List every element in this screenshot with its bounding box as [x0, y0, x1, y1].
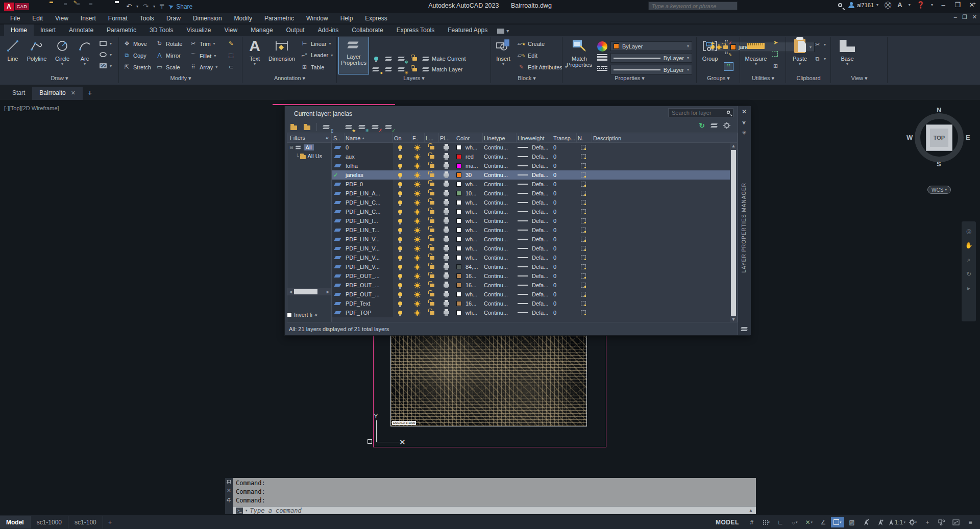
layer-lineweight-line[interactable] [517, 198, 531, 207]
layer-plot-toggle[interactable] [439, 308, 455, 317]
doc-minimize-button[interactable]: – [954, 14, 957, 20]
layer-linetype-cell[interactable]: Continu... [483, 290, 517, 299]
offset-button[interactable]: ⊂ [227, 64, 235, 70]
layer-name-cell[interactable]: PDF_LIN_V... [345, 262, 393, 271]
layer-unlock-icon2[interactable] [410, 65, 419, 73]
text-button[interactable]: A Text▾ [246, 37, 264, 66]
layer-lock-toggle[interactable] [425, 143, 439, 152]
layer-plot-toggle[interactable] [439, 152, 455, 161]
scroll-up-icon[interactable]: ▲ [731, 143, 736, 149]
ellipse-tool[interactable]: ▾ [99, 52, 112, 58]
layer-color-cell[interactable] [455, 225, 464, 235]
panel-label-modify[interactable]: Modify ▾ [119, 75, 242, 84]
layer-row[interactable]: PDF_OUT_... 16... Continu... Defa... 0 [332, 281, 731, 290]
layer-on-toggle[interactable] [393, 198, 411, 207]
col-newvp[interactable]: N. [577, 133, 592, 143]
layer-thaw-all-icon[interactable]: ☀ [397, 65, 406, 73]
layer-color-label[interactable]: wh... [464, 308, 483, 317]
layer-color-label[interactable]: wh... [464, 290, 483, 299]
layer-description-cell[interactable] [592, 198, 731, 207]
clean-screen-icon[interactable] [949, 517, 963, 527]
layer-freeze-toggle[interactable] [411, 244, 425, 253]
showmotion-icon[interactable]: ▸ [967, 285, 970, 292]
command-input-row[interactable]: >_ ▾ Type a command ▲ [233, 506, 756, 514]
table-button[interactable]: ⊞Table [301, 64, 324, 70]
layer-freeze-toggle[interactable] [411, 281, 425, 290]
layer-lineweight-line[interactable] [517, 143, 531, 152]
layer-row[interactable]: PDF_LIN_A... 10... Continu... Defa... 0 [332, 189, 731, 198]
layer-description-cell[interactable] [592, 143, 731, 152]
layer-description-cell[interactable] [592, 308, 731, 317]
layer-color-label[interactable]: red [464, 152, 483, 161]
scale-button[interactable]: ▭Scale [156, 64, 180, 70]
layer-lock-icon[interactable] [410, 55, 419, 63]
layer-linetype-cell[interactable]: Continu... [483, 216, 517, 225]
layer-lineweight-label[interactable]: Defa... [531, 152, 552, 161]
col-on[interactable]: On [393, 133, 411, 143]
layer-color-label[interactable]: 84,... [464, 262, 483, 271]
layer-lineweight-line[interactable] [517, 170, 531, 180]
palette-properties-icon[interactable]: ✳ [742, 130, 746, 136]
layer-description-cell[interactable] [592, 271, 731, 281]
redo-caret-icon[interactable]: ▾ [153, 4, 155, 9]
scroll-down-icon[interactable]: ▼ [731, 316, 736, 322]
isodraft-icon[interactable]: ✕▾ [802, 517, 816, 527]
layer-color-label[interactable]: wh... [464, 198, 483, 207]
linear-button[interactable]: ⊢Linear▾ [301, 40, 331, 47]
new-file-icon[interactable] [37, 3, 45, 10]
layer-color-cell[interactable] [455, 299, 464, 308]
layer-freeze-toggle[interactable] [411, 198, 425, 207]
layer-settings-override-icon[interactable] [710, 121, 719, 130]
layer-lineweight-line[interactable] [517, 253, 531, 262]
layer-row[interactable]: PDF_OUT_... wh... Continu... Defa... 0 [332, 290, 731, 299]
isolate-objects-icon[interactable] [935, 517, 948, 527]
layer-linetype-cell[interactable]: Continu... [483, 281, 517, 290]
measure-button[interactable]: Measure▾ [742, 37, 770, 66]
layer-transparency-cell[interactable]: 0 [552, 225, 577, 235]
layer-lock-toggle[interactable] [425, 299, 439, 308]
layer-freeze-toggle[interactable] [411, 299, 425, 308]
layer-transparency-cell[interactable]: 0 [552, 299, 577, 308]
panel-label-utilities[interactable]: Utilities ▾ [740, 75, 786, 84]
filters-horizontal-scrollbar[interactable]: ◄ ► [287, 288, 331, 295]
menu-item[interactable]: Format [102, 14, 134, 23]
layer-description-cell[interactable] [592, 170, 731, 180]
layer-lineweight-line[interactable] [517, 271, 531, 281]
layer-lock-toggle[interactable] [425, 244, 439, 253]
layer-plot-toggle[interactable] [439, 225, 455, 235]
undo-icon[interactable]: ↶ [126, 3, 132, 10]
layer-lock-toggle[interactable] [425, 225, 439, 235]
command-input-placeholder[interactable]: Type a command [250, 507, 747, 514]
annotation-autoscale-icon[interactable] [874, 517, 887, 527]
col-transparency[interactable]: Transp... [552, 133, 577, 143]
layer-lineweight-label[interactable]: Defa... [531, 308, 552, 317]
layer-color-label[interactable]: 10... [464, 189, 483, 198]
layer-color-label[interactable]: ma... [464, 161, 483, 170]
layer-newvp-cell[interactable] [577, 271, 592, 281]
layer-lineweight-label[interactable]: Defa... [531, 271, 552, 281]
layer-newvp-cell[interactable] [577, 308, 592, 317]
layer-freeze-toggle[interactable] [411, 262, 425, 271]
layer-plot-toggle[interactable] [439, 235, 455, 244]
layer-lineweight-line[interactable] [517, 216, 531, 225]
insert-button[interactable]: Insert▾ [492, 37, 514, 66]
file-tab-close-icon[interactable]: ✕ [71, 90, 76, 96]
zoom-extents-icon[interactable]: ⌕ [967, 256, 971, 263]
col-color[interactable]: Color [455, 133, 483, 143]
menu-item[interactable]: Modify [228, 14, 258, 23]
layout-tab[interactable]: sc1-100 [68, 516, 103, 528]
invert-collapse-button[interactable]: « [314, 312, 317, 318]
close-button[interactable]: ✕ [968, 1, 976, 9]
file-tab[interactable]: Bairroalto ✕ [32, 87, 83, 100]
layer-on-toggle[interactable] [393, 207, 411, 216]
layer-description-cell[interactable] [592, 161, 731, 170]
viewcube-top-face[interactable]: TOP [926, 124, 952, 151]
layer-name-cell[interactable]: PDF_LIN_V... [345, 244, 393, 253]
layer-search-input[interactable] [668, 108, 733, 117]
layer-color-label[interactable]: wh... [464, 143, 483, 152]
base-button[interactable]: Base▾ [836, 37, 859, 66]
doc-restore-button[interactable]: ❐ [962, 14, 967, 20]
layer-plot-toggle[interactable] [439, 161, 455, 170]
layer-on-toggle[interactable] [393, 225, 411, 235]
layer-lock-toggle[interactable] [425, 271, 439, 281]
